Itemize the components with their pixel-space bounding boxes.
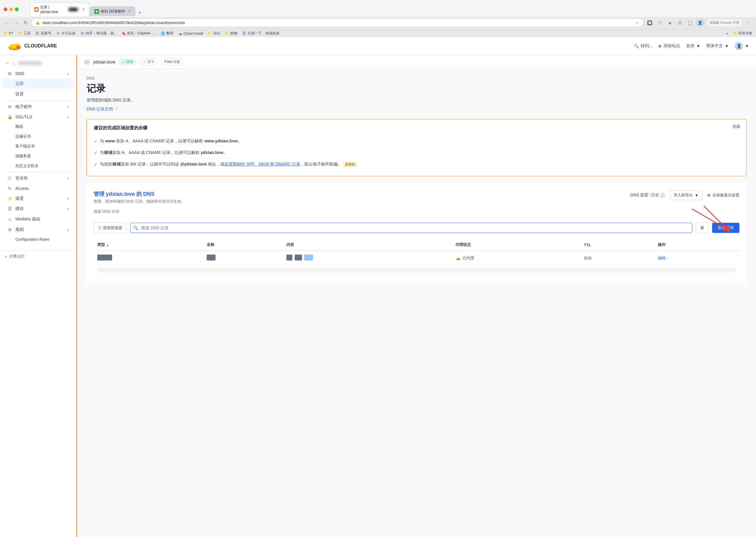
extension-button-2[interactable]: 🛡 [656,19,664,27]
bookmark-item-shopping[interactable]: 📁购物 [225,31,238,36]
sidebar-back-button[interactable]: ← [5,60,10,66]
bookmark-item-pt[interactable]: 📁PT [4,31,13,36]
dashboard-settings-label: 仪表板显示设置 [712,192,739,198]
page-title: 记录 [87,82,746,95]
account-button[interactable]: 👤 ▼ [735,42,749,50]
cloudflare-logo[interactable]: CLOUDFLARE [7,41,57,51]
bookmark-item-tools[interactable]: 📁工具 [18,31,30,36]
address-bar[interactable]: 🔒 dash.cloudflare.com/3355415ff140f23066… [31,19,643,27]
star-badge[interactable]: ☆ 星号 [140,58,158,65]
app-container: CLOUDFLARE 🔍 转到... ⊕ 添加站点 支持 ▼ 简体中文 ▼ 👤 … [0,37,756,537]
all-bookmarks-label[interactable]: 📁所有书签 [733,31,752,36]
sidebar-collapse-button[interactable]: « 折叠边栏 [0,250,76,263]
dashboard-settings-button[interactable]: ⚙ 仪表板显示设置 [707,192,739,198]
dns-settings-info-icon[interactable]: ℹ [660,193,665,198]
bookmark-item-chiphell[interactable]: 🔖首页 - Chiphell - ... [122,31,156,36]
new-tab-button[interactable]: + [136,10,144,16]
spf-dkim-link[interactable]: 设置限制性 SPF、DKIM 和 DMARC 记录 [224,162,300,166]
sidebar-item-ssl-origin[interactable]: 源服务器 [2,151,74,161]
close-button[interactable] [4,7,7,11]
dns-docs-link[interactable]: DNS 记录文档 ↗ [87,106,118,112]
sidebar-item-speed[interactable]: ⚡ 速度 ▼ [2,193,74,204]
bookmark-item-translate[interactable]: 🌐翻译 [161,31,173,36]
sidebar-item-workers[interactable]: ◇ Workers 路由 [2,214,74,224]
filter-button[interactable]: ▽ 添加筛选器 [94,223,127,233]
tab-2[interactable]: 收到 2封新邮件 ✕ [90,7,135,16]
page-section-label: DNS [87,76,746,80]
sidebar-item-ssl-client-cert[interactable]: 客户端证书 [2,142,74,151]
bookmarks-more-button[interactable]: » [726,31,728,36]
sidebar-item-ssl-overview[interactable]: 概述 [2,122,74,131]
sidebar-item-records[interactable]: 记录 [2,79,74,89]
tab-1-close[interactable]: ✕ [82,7,85,11]
profile-button[interactable]: 👤 [696,19,704,27]
support-button[interactable]: 支持 ▼ [686,43,700,49]
edit-link[interactable]: 编辑 [658,256,665,260]
all-bookmarks-icon: 📁 [733,31,737,36]
sidebar-item-ssl[interactable]: 🔒 SSL/TLS ▲ [2,112,74,122]
search-button-action[interactable]: 索 [696,223,708,233]
extension-button-1[interactable]: 🔲 [646,19,654,27]
doc-link-text: DNS 记录文档 ↗ [87,106,118,112]
sidebar-item-rules[interactable]: ⚙ 规则 ▲ [2,225,74,235]
cell-ttl: 自动 [580,251,654,265]
back-button[interactable]: ← [4,19,11,27]
search-button[interactable]: 🔍 转到... [634,43,653,49]
sidebar-item-cache[interactable]: 🗄 缓存 ▼ [2,204,74,214]
dns-setting-display: DNS 设置: 完全 ℹ [630,192,665,198]
search-filter-row-container: 搜索 DNS 记录 ▽ 添加筛选器 🔍 索 [94,209,739,233]
bookmark-item-baijiahao[interactable]: 百百家号 [35,31,51,36]
language-arrow-icon: ▼ [725,44,729,48]
sidebar-dns-parent[interactable]: ⊞ DNS ▲ [2,69,74,78]
records-label: 记录 [7,81,69,86]
bookmark-item-toutiao[interactable]: 今今日头条 [56,31,76,36]
sidebar-item-ssl-hostname[interactable]: 自定义主机名 [2,161,74,171]
sidebar-item-settings[interactable]: 设置 [2,89,74,99]
refresh-button[interactable]: ↻ [22,19,29,27]
sidebar-item-ssl-edge-cert[interactable]: 边缘证书 [2,132,74,141]
extension-button-4[interactable]: ☰ [676,19,684,27]
tab-1[interactable]: 记录 | ydxian.love ████ ✕ [30,2,89,16]
bookmark-item-forum[interactable]: 📁论坛 [208,31,220,36]
dns-settings-value: 完全 [651,192,659,197]
dns-settings-info: DNS 设置: 完全 ℹ 导入和导出 ▼ ⚙ 仪表板显示设置 [630,190,739,200]
bookmark-item-cloud-install[interactable]: ☁Cloud Install [178,31,203,36]
bookmark-item-zhihu[interactable]: 知知乎 - 有问题，就... [80,31,117,36]
dns-settings-label: DNS 设置: [630,192,650,197]
forward-button[interactable]: → [13,19,20,27]
email-arrow-icon: ▼ [66,105,69,108]
col-actions: 操作 [654,239,739,251]
sidebar-item-security[interactable]: 🛡 安全性 ▼ [2,173,74,183]
import-export-button[interactable]: 导入和导出 ▼ [670,190,702,200]
sidebar-item-access[interactable]: ↻ Access [2,184,74,193]
bookmark-icon[interactable]: ☆ [635,21,639,25]
avatar: 👤 [735,42,743,50]
col-name-label: 名称 [207,242,214,247]
add-site-button[interactable]: ⊕ 添加站点 [658,43,680,49]
extension-button-5[interactable]: 📋 [686,19,694,27]
tab-2-close[interactable]: ✕ [128,10,131,13]
domain-bar: ydxian.love ✓ 活动 ☆ 星号 Free 计划 [77,55,756,69]
hide-button[interactable]: 隐藏 [733,124,740,129]
update-chrome-button[interactable]: 有新版 Chrome 可用 [706,19,742,27]
svg-point-1 [96,11,97,13]
cell-content [283,251,452,265]
chiphell-icon: 🔖 [122,31,126,36]
settings-gear-icon: ⚙ [707,193,711,198]
rules-icon: ⚙ [7,227,13,232]
extension-button-3[interactable]: ◈ [666,19,674,27]
maximize-button[interactable] [15,7,19,11]
search-input[interactable] [130,223,692,233]
sidebar-item-config-rules[interactable]: Configuration Rules [2,235,74,244]
menu-button[interactable]: ⋮ [744,19,752,27]
dns-table: 类型 ▲ 名称 内容 代理状态 [94,239,739,276]
add-record-button[interactable]: 添加记录 [712,223,739,233]
sidebar-item-email[interactable]: ✉ 电子邮件 ▼ [2,102,74,112]
shopping-folder-icon: 📁 [225,31,229,36]
col-content-label: 内容 [286,242,294,247]
rec-text-3: 为您的根域添加 MX 记录，让邮件可以到达 @ydxian.love 地址，或设… [100,162,357,167]
sort-icon-type[interactable]: ▲ [106,243,109,247]
minimize-button[interactable] [9,7,13,11]
bookmark-item-baidu[interactable]: 百百度一下，你就知道 [242,31,280,36]
language-button[interactable]: 简体中文 ▼ [706,43,729,49]
